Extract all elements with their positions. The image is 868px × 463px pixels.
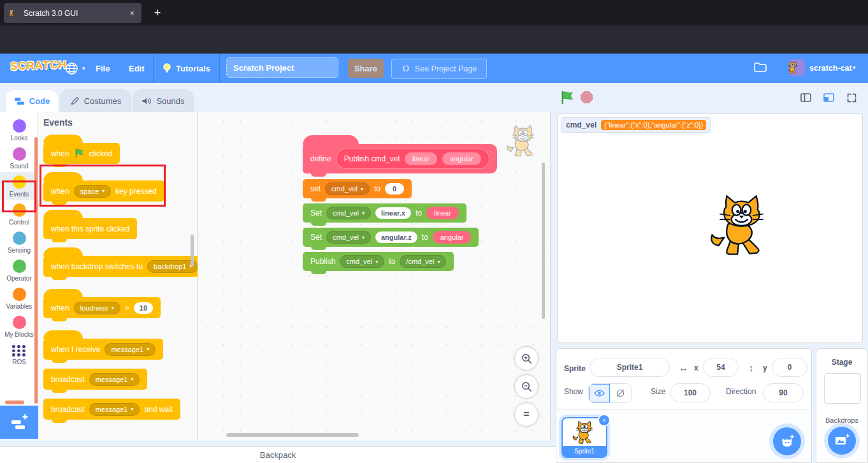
tab-code[interactable]: Code — [5, 89, 59, 112]
dropdown-field[interactable]: message1▾ — [89, 403, 140, 416]
zoom-in-button[interactable] — [514, 346, 539, 371]
dropdown-field[interactable]: message1▾ — [105, 343, 156, 356]
project-name-input[interactable]: Scratch Project — [226, 57, 338, 78]
dropdown-field[interactable]: /cmd_vel▾ — [400, 255, 446, 268]
category-looks[interactable]: Looks — [0, 116, 38, 144]
stop-button[interactable] — [581, 91, 593, 103]
category-control[interactable]: Control — [0, 200, 38, 228]
sprite-thumbnail-name: Sprite1 — [563, 446, 606, 457]
delete-sprite-icon[interactable]: × — [598, 414, 611, 427]
set-angular-z-block[interactable]: Setcmd_vel▾angular.ztoangular — [303, 228, 479, 247]
stage-thumbnail[interactable] — [824, 373, 861, 404]
palette-block-list: whenclickedwhenspace▾key pressedwhen thi… — [43, 134, 206, 420]
language-selector[interactable]: ▾ — [61, 54, 89, 83]
dropdown-field[interactable]: cmd_vel▾ — [340, 255, 384, 268]
block-text: when — [51, 187, 69, 196]
value-field[interactable]: angular.z — [375, 231, 417, 243]
when-sprite-clicked-block[interactable]: when this sprite clicked — [43, 218, 137, 239]
when-flag-clicked-block[interactable]: whenclicked — [43, 143, 120, 164]
block-text: define — [310, 154, 331, 163]
category-variables[interactable]: Variables — [0, 284, 38, 312]
canvas-horizontal-scrollbar[interactable] — [226, 433, 359, 437]
dropdown-field[interactable]: loudness▾ — [74, 302, 120, 314]
category-sensing[interactable]: Sensing — [0, 228, 38, 256]
dropdown-field[interactable]: cmd_vel▾ — [326, 231, 371, 244]
user-avatar[interactable] — [788, 59, 805, 76]
browser-tab[interactable]: Scratch 3.0 GUI × — [4, 3, 141, 23]
sprite-thumbnail-sprite1[interactable]: Sprite1 × — [561, 417, 607, 458]
value-field[interactable]: 10 — [134, 302, 153, 314]
palette-scrollbar[interactable] — [191, 235, 194, 267]
category-ros[interactable]: ROS — [0, 341, 38, 368]
category-scrollbar-horizontal[interactable] — [5, 401, 24, 404]
share-button[interactable]: Share — [348, 59, 384, 78]
dropdown-field[interactable]: cmd_vel▾ — [326, 207, 371, 219]
block-text: and wait — [144, 405, 173, 414]
hide-button[interactable] — [610, 384, 631, 402]
large-stage-button[interactable] — [820, 89, 837, 107]
set-linear-x-block[interactable]: Setcmd_vel▾linear.xtolinear — [303, 203, 467, 223]
parameter-oval[interactable]: linear — [405, 152, 437, 165]
add-backdrop-button[interactable] — [828, 427, 856, 455]
category-my-blocks[interactable]: My Blocks — [0, 312, 38, 341]
tab-close-icon[interactable]: × — [127, 8, 136, 18]
define-publish-cmdvel-block[interactable]: definePublish cmd_vellinearangular — [303, 144, 497, 173]
parameter-oval[interactable]: angular — [433, 231, 472, 244]
zoom-reset-button[interactable]: = — [514, 402, 539, 427]
direction-input[interactable]: 90 — [763, 383, 804, 402]
parameter-oval[interactable]: angular — [442, 152, 481, 165]
set-cmdvel-block[interactable]: setcmd_vel▾to0 — [303, 179, 412, 198]
tutorials-menu[interactable]: Tutorials — [158, 54, 214, 83]
category-events[interactable]: Events — [0, 172, 38, 200]
add-sprite-button[interactable] — [773, 427, 801, 455]
tab-sounds[interactable]: Sounds — [133, 89, 194, 112]
canvas-vertical-scrollbar[interactable] — [542, 163, 545, 319]
category-operator[interactable]: Operator — [0, 256, 38, 284]
value-field[interactable]: 0 — [385, 183, 404, 195]
stage-selector-panel[interactable]: Stage Backdrops — [816, 348, 868, 463]
when-key-pressed-block[interactable]: whenspace▾key pressed — [43, 180, 164, 202]
value-field[interactable]: linear.x — [375, 207, 411, 219]
small-stage-button[interactable] — [797, 89, 814, 107]
broadcast-and-wait-block[interactable]: broadcastmessage1▾and wait — [43, 399, 180, 420]
block-text: clicked — [89, 149, 113, 158]
tab-costumes[interactable]: Costumes — [60, 89, 131, 112]
block-text: Publish — [310, 257, 335, 266]
category-scrollbar[interactable] — [34, 137, 38, 404]
dropdown-field[interactable]: cmd_vel▾ — [325, 182, 370, 195]
when-loudness-block[interactable]: whenloudness▾>10 — [43, 297, 161, 318]
parameter-oval[interactable]: linear — [426, 207, 459, 219]
username-label[interactable]: scratch-cat — [809, 64, 852, 73]
dropdown-field[interactable]: message1▾ — [89, 373, 140, 386]
when-i-receive-block[interactable]: when I receivemessage1▾ — [43, 339, 163, 360]
variable-monitor[interactable]: cmd_vel {"linear":{"x":0},"angular":{"z"… — [561, 117, 711, 133]
project-folder-icon[interactable] — [753, 61, 769, 76]
add-extension-button[interactable] — [0, 406, 38, 439]
size-label: Size — [651, 387, 665, 396]
size-input[interactable]: 100 — [670, 383, 711, 402]
y-input[interactable]: 0 — [772, 358, 807, 377]
zoom-out-button[interactable] — [514, 374, 539, 399]
block-text: when this sprite clicked — [51, 224, 129, 233]
green-flag-button[interactable] — [560, 90, 575, 105]
dropdown-field[interactable]: space▾ — [74, 185, 111, 198]
account-chevron-down-icon[interactable]: ▾ — [853, 64, 856, 71]
stage-sprite-cat[interactable] — [708, 192, 775, 259]
monitor-value: {"linear":{"x":0},"angular":{"z":0}} — [601, 120, 706, 130]
stage[interactable]: cmd_vel {"linear":{"x":0},"angular":{"z"… — [557, 114, 863, 343]
edit-menu[interactable]: Edit — [125, 54, 148, 83]
category-sound[interactable]: Sound — [0, 144, 38, 172]
chevron-down-icon: ▾ — [112, 305, 114, 311]
publish-cmdvel-block[interactable]: Publishcmd_vel▾to/cmd_vel▾ — [303, 252, 454, 271]
when-backdrop-switches-block[interactable]: when backdrop switches tobackdrop1▾ — [43, 256, 206, 277]
new-tab-button[interactable]: + — [149, 4, 166, 21]
x-input[interactable]: 54 — [703, 358, 739, 377]
sprite-name-input[interactable]: Sprite1 — [590, 358, 670, 377]
backpack-bar[interactable]: Backpack — [0, 446, 556, 463]
scratch-logo[interactable]: SCRATCH — [10, 58, 68, 73]
file-menu[interactable]: File — [92, 54, 113, 83]
fullscreen-button[interactable] — [843, 89, 860, 107]
see-project-page-button[interactable]: See Project Page — [391, 59, 487, 79]
broadcast-block[interactable]: broadcastmessage1▾ — [43, 369, 147, 390]
show-button[interactable] — [589, 384, 610, 402]
